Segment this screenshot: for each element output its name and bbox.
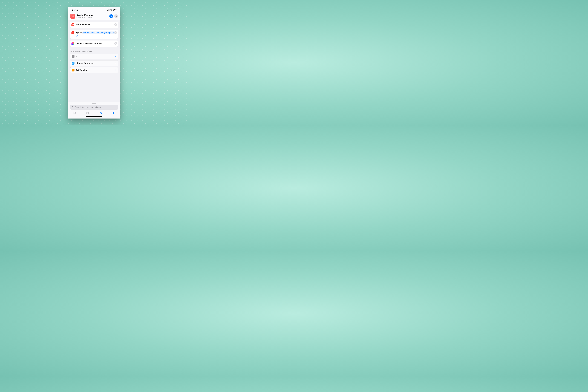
svg-rect-1 [108,10,108,11]
remove-action-button[interactable] [114,31,117,34]
action-vibrate[interactable]: Vibrate device [70,22,118,28]
run-button[interactable] [112,111,116,115]
add-suggestion-button[interactable]: + [115,68,116,72]
close-icon [115,24,116,25]
search-placeholder: Search for apps and actions [74,106,100,108]
panel-grabber[interactable] [92,103,96,104]
suggestion-set-variable[interactable]: x Set Variable + [70,67,118,73]
bottom-toolbar [70,110,118,116]
battery-icon [113,9,117,11]
add-suggestion-button[interactable]: + [115,55,116,58]
svg-rect-3 [109,9,110,11]
suggestion-label: Set Variable [76,69,114,71]
svg-rect-6 [116,10,117,10]
close-icon [115,32,116,33]
svg-point-22 [86,112,89,114]
action-title: Speak [76,32,82,34]
svg-point-10 [111,16,112,16]
suggestion-if[interactable]: If + [70,54,118,59]
share-button[interactable] [99,111,102,115]
suggestion-label: Choose from Menu [76,62,114,64]
redo-button[interactable] [86,111,90,115]
svg-rect-0 [107,10,108,11]
menu-icon [72,62,74,65]
phone-frame: 15:56 Avada Kedavra Hey Siri, Avada Keda… [68,7,120,118]
search-input[interactable]: Search for apps and actions [70,105,118,110]
svg-rect-2 [108,10,109,11]
svg-point-12 [111,16,111,17]
siri-icon [72,42,74,45]
svg-point-21 [74,112,76,114]
undo-button[interactable] [73,111,76,115]
bottom-panel: Search for apps and actions [68,102,120,118]
svg-point-8 [111,16,111,16]
branch-icon [72,55,74,58]
add-suggestion-button[interactable]: + [115,62,116,65]
suggestion-label: If [76,55,114,58]
wifi-icon [110,9,112,11]
shortcut-title: Avada Kedavra [76,14,108,17]
svg-text:x: x [73,70,74,71]
svg-rect-5 [114,10,116,10]
sliders-icon [110,15,112,17]
action-speak[interactable]: Speak Noooo, please. I'm too young to di… [70,30,118,39]
title-block: Avada Kedavra Hey Siri, Avada Kedavra [76,14,108,18]
status-bar: 15:56 [68,7,120,13]
shortcut-header: Avada Kedavra Hey Siri, Avada Kedavra [68,13,120,20]
remove-action-button[interactable] [114,42,117,45]
svg-rect-13 [72,24,73,26]
close-icon [115,43,116,44]
cellular-icon [107,9,110,11]
action-title: Vibrate device [76,24,90,26]
home-indicator[interactable] [86,116,102,117]
settings-button[interactable] [109,14,113,18]
close-icon [116,16,117,17]
suggestion-choose-menu[interactable]: Choose from Menu + [70,60,118,66]
speaker-icon [72,31,74,34]
svg-line-20 [73,108,74,108]
close-button[interactable] [114,14,118,18]
content-area: Vibrate device Speak Noooo, please. I'm … [68,20,120,102]
shortcut-subtitle: Hey Siri, Avada Kedavra [76,17,108,18]
search-icon [72,106,74,108]
vibrate-icon [72,24,74,26]
status-icons [107,9,117,11]
action-title: Dismiss Siri and Continue [76,42,102,44]
speak-text-param[interactable]: Noooo, please. I'm too young to die. [76,32,116,36]
variable-icon: x [72,68,74,72]
shortcut-app-icon [70,14,75,19]
suggestions-heading: Next Action Suggestions [70,50,118,52]
expand-param-icon[interactable] [76,35,78,37]
action-dismiss-siri[interactable]: Dismiss Siri and Continue [70,40,118,47]
status-time: 15:56 [72,9,78,11]
suggestion-list: If + Choose from Menu + x Set Variable + [70,54,118,73]
remove-action-button[interactable] [114,23,117,26]
